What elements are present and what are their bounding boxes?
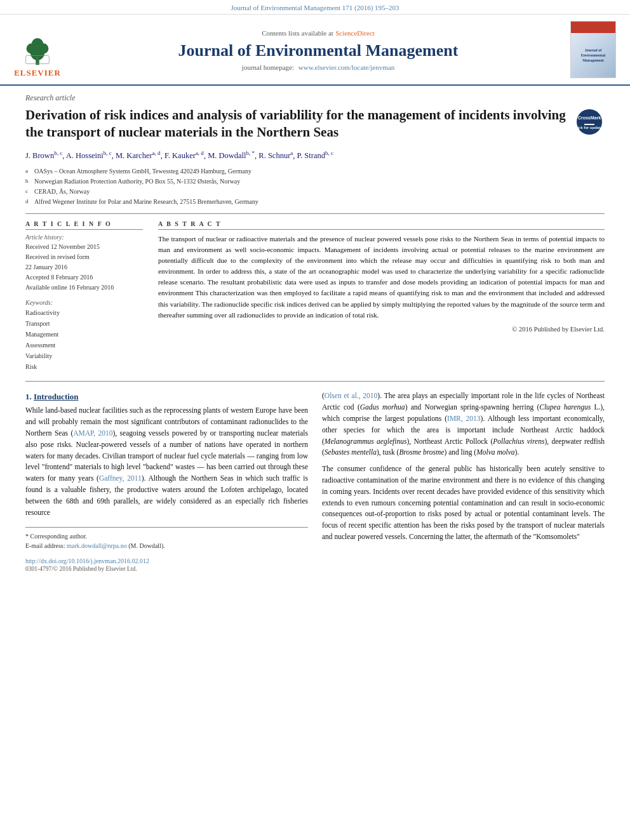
elsevier-logo: ELSEVIER — [14, 31, 61, 78]
keywords-list: RadioactivityTransportManagementAssessme… — [25, 307, 143, 372]
keyword-item: Management — [25, 329, 143, 340]
main-right-column: (Olsen et al., 2010). The area plays an … — [322, 390, 605, 572]
science-direct-link[interactable]: ScienceDirect — [335, 29, 375, 37]
amap-ref[interactable]: AMAP, 2010 — [73, 429, 112, 437]
gaffney-ref[interactable]: Gaffney, 2011 — [99, 474, 142, 482]
author-strand: , P. Strand — [293, 151, 325, 160]
affiliation-item: aOASys – Ocean Atmosphere Systems GmbH, … — [25, 166, 605, 177]
olsen-ref[interactable]: Olsen et al., 2010 — [325, 392, 378, 399]
intro-paragraph-right-1: (Olsen et al., 2010). The area plays an … — [322, 390, 605, 458]
imr-ref[interactable]: IMR, 2013 — [447, 415, 481, 422]
aff-sup: a — [25, 166, 32, 177]
thumb-label: Journal ofEnvironmentalManagement — [581, 48, 606, 63]
author-brown: J. Brown — [25, 151, 54, 160]
main-body-columns: 1. Introduction While land-based nuclear… — [25, 390, 605, 572]
homepage-label: journal homepage: — [242, 63, 294, 71]
introduction-title: 1. Introduction — [25, 392, 308, 402]
section-title-text: Introduction — [34, 392, 79, 401]
journal-thumbnail-section: Journal ofEnvironmentalManagement — [570, 21, 621, 78]
section-divider — [25, 381, 605, 382]
journal-homepage-line: journal homepage: www.elsevier.com/locat… — [242, 63, 394, 71]
keyword-item: Transport — [25, 318, 143, 329]
affiliations-block: aOASys – Ocean Atmosphere Systems GmbH, … — [25, 166, 605, 214]
author-hosseini: , A. Hosseini — [62, 151, 104, 160]
homepage-url[interactable]: www.elsevier.com/locate/jenvman — [298, 63, 394, 71]
keywords-section: Keywords: RadioactivityTransportManageme… — [25, 299, 143, 372]
svg-text:CrossMark: CrossMark — [578, 116, 601, 120]
aff-sup: d — [25, 197, 32, 207]
affiliation-item: bNorwegian Radiation Protection Authorit… — [25, 177, 605, 187]
journal-header-center: Contents lists available at ScienceDirec… — [74, 21, 563, 78]
journal-title: Journal of Environmental Management — [178, 41, 459, 60]
intro-paragraph-1: While land-based nuclear facilities such… — [25, 405, 308, 518]
article-title-text: Derivation of risk indices and analysis … — [25, 107, 566, 140]
abstract-text: The transport of nuclear or radioactive … — [158, 234, 605, 320]
copyright-line: © 2016 Published by Elsevier Ltd. — [158, 326, 605, 333]
contents-available: Contents lists available at ScienceDirec… — [262, 28, 375, 38]
doi-line: http://dx.doi.org/10.1016/j.jenvman.2016… — [25, 556, 308, 566]
article-history-label: Article history: — [25, 234, 143, 241]
article-info-column: A R T I C L E I N F O Article history: R… — [25, 220, 143, 372]
email-note: E-mail address: mark.dowdall@nrpa.no (M.… — [25, 541, 308, 550]
section-number: 1. — [25, 392, 32, 401]
aff-sup: c — [25, 187, 32, 197]
article-title-block: Derivation of risk indices and analysis … — [25, 107, 605, 142]
contents-label: Contents lists available at — [262, 29, 333, 37]
email-link[interactable]: mark.dowdall@nrpa.no — [67, 542, 127, 549]
aff-text: Norwegian Radiation Protection Authority… — [34, 177, 240, 187]
info-abstract-columns: A R T I C L E I N F O Article history: R… — [25, 220, 605, 372]
elsevier-tree-icon — [18, 31, 57, 66]
issn-line: 0301-4797/© 2016 Published by Elsevier L… — [25, 566, 308, 572]
article-history: Received 12 November 2015Received in rev… — [25, 242, 143, 293]
article-info-header: A R T I C L E I N F O — [25, 220, 143, 230]
keywords-label: Keywords: — [25, 299, 143, 306]
aff-text: Alfred Wegener Institute for Polar and M… — [34, 197, 258, 207]
svg-point-7 — [577, 109, 602, 135]
article-body: Research article Derivation of risk indi… — [0, 86, 630, 582]
corresponding-author-note: * Corresponding author. — [25, 531, 308, 541]
elsevier-logo-section: ELSEVIER — [9, 21, 66, 78]
history-item: Received in revised form — [25, 252, 143, 262]
email-label: E-mail address: — [25, 542, 65, 549]
author-kauker: , F. Kauker — [161, 151, 196, 160]
aff-text: CERAD, Ås, Norway — [34, 187, 90, 197]
author-schnur: , R. Schnur — [255, 151, 290, 160]
keyword-item: Variability — [25, 350, 143, 361]
affiliation-item: cCERAD, Ås, Norway — [25, 187, 605, 197]
svg-point-4 — [32, 38, 43, 50]
authors-line: J. Brownb, c, A. Hosseinib, c, M. Karche… — [25, 148, 605, 163]
abstract-column: A B S T R A C T The transport of nuclear… — [158, 220, 605, 372]
journal-thumbnail: Journal ofEnvironmentalManagement — [570, 21, 616, 78]
doi-link[interactable]: http://dx.doi.org/10.1016/j.jenvman.2016… — [25, 557, 149, 564]
keyword-item: Radioactivity — [25, 307, 143, 318]
top-bar: Journal of Environmental Management 171 … — [0, 0, 630, 15]
author-hosseini-sup: b, c — [104, 150, 112, 156]
history-item: Available online 16 February 2016 — [25, 283, 143, 293]
email-suffix: (M. Dowdall). — [128, 542, 165, 549]
page-wrapper: Journal of Environmental Management 171 … — [0, 0, 630, 840]
article-type-label: Research article — [25, 93, 605, 103]
author-strand-sup: b, c — [325, 150, 333, 156]
keyword-item: Assessment — [25, 340, 143, 350]
aff-text: OASys – Ocean Atmosphere Systems GmbH, T… — [34, 166, 251, 177]
main-left-column: 1. Introduction While land-based nuclear… — [25, 390, 308, 572]
history-item: 22 January 2016 — [25, 262, 143, 272]
page-header: ELSEVIER Contents lists available at Sci… — [0, 15, 630, 86]
keyword-item: Risk — [25, 361, 143, 372]
svg-text:click for updates: click for updates — [574, 126, 605, 130]
aff-sup: b — [25, 177, 32, 187]
intro-paragraph-right-2: The consumer confidence of the general p… — [322, 463, 605, 543]
journal-reference: Journal of Environmental Management 171 … — [231, 4, 399, 11]
author-karcher: , M. Karcher — [112, 151, 152, 160]
author-dowdall-sup: b, * — [246, 150, 255, 156]
author-kauker-sup: a, d — [196, 150, 204, 156]
history-item: Received 12 November 2015 — [25, 242, 143, 252]
author-karcher-sup: a, d — [152, 150, 161, 156]
author-dowdall: , M. Dowdall — [204, 151, 246, 160]
affiliation-item: dAlfred Wegener Institute for Polar and … — [25, 197, 605, 207]
history-item: Accepted 8 February 2016 — [25, 272, 143, 283]
elsevier-wordmark: ELSEVIER — [14, 68, 61, 78]
footnote-section: * Corresponding author. E-mail address: … — [25, 527, 308, 572]
author-brown-sup: b, c — [54, 150, 62, 156]
crossmark-badge[interactable]: CrossMark click for updates — [574, 107, 605, 137]
